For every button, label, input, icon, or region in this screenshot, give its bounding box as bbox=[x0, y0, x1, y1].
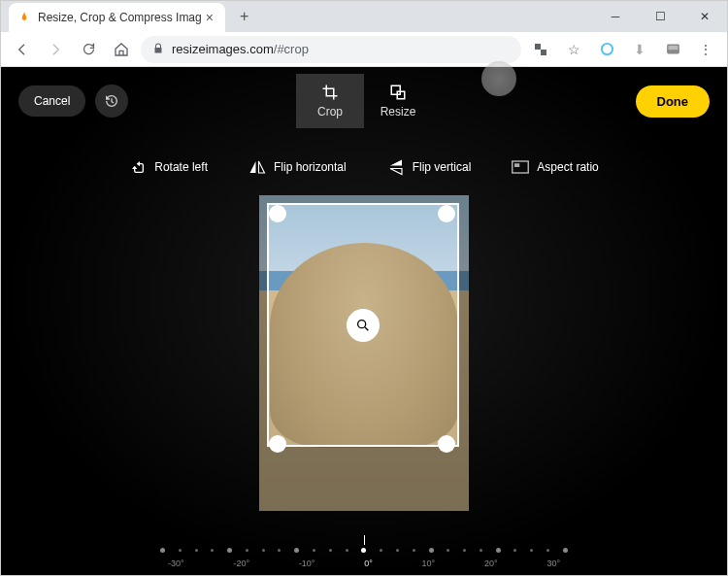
mode-tabs: Crop Resize bbox=[296, 74, 432, 128]
crop-handle-tl[interactable] bbox=[269, 205, 286, 222]
ruler-label: 30° bbox=[546, 559, 560, 568]
svg-rect-3 bbox=[391, 85, 400, 94]
ruler-label: 0° bbox=[364, 559, 373, 568]
address-bar: resizeimages.com/#crop ☆ ⬇ ⋮ bbox=[1, 32, 727, 67]
ruler-label: 10° bbox=[422, 559, 436, 568]
extension-icon-2[interactable] bbox=[659, 36, 686, 63]
rotate-left-button[interactable]: Rotate left bbox=[129, 158, 208, 176]
ruler-labels: -30° -20° -10° 0° 10° 20° 30° bbox=[160, 557, 568, 568]
rotate-left-label: Rotate left bbox=[154, 160, 208, 174]
crop-frame[interactable] bbox=[267, 203, 459, 447]
tool-row: Rotate left Flip horizontal Flip vertica… bbox=[1, 158, 727, 176]
history-button[interactable] bbox=[95, 85, 128, 118]
flip-horizontal-label: Flip horizontal bbox=[274, 160, 347, 174]
url-text: resizeimages.com/#crop bbox=[172, 42, 309, 56]
cancel-button[interactable]: Cancel bbox=[18, 85, 85, 117]
close-tab-icon[interactable]: × bbox=[202, 10, 217, 25]
editor-app: Cancel Crop Resize Done Rotate left bbox=[1, 67, 727, 576]
new-tab-button[interactable]: + bbox=[231, 3, 258, 30]
close-window-button[interactable]: ✕ bbox=[682, 1, 727, 32]
aspect-ratio-icon bbox=[512, 158, 529, 176]
done-button[interactable]: Done bbox=[636, 85, 711, 118]
menu-icon[interactable]: ⋮ bbox=[692, 36, 719, 63]
flip-vertical-label: Flip vertical bbox=[413, 160, 472, 174]
browser-tab[interactable]: Resize, Crop & Compress Imag × bbox=[9, 3, 225, 32]
flip-vertical-button[interactable]: Flip vertical bbox=[387, 158, 472, 176]
aspect-ratio-label: Aspect ratio bbox=[537, 160, 598, 174]
window-controls: ─ ☐ ✕ bbox=[593, 1, 727, 32]
image-stage bbox=[259, 195, 469, 511]
url-input[interactable]: resizeimages.com/#crop bbox=[141, 36, 521, 63]
flip-vertical-icon bbox=[387, 158, 405, 176]
window-titlebar: Resize, Crop & Compress Imag × + ─ ☐ ✕ bbox=[1, 1, 727, 32]
ruler-ticks bbox=[160, 543, 568, 557]
crop-handle-bl[interactable] bbox=[269, 435, 286, 453]
svg-rect-2 bbox=[668, 46, 678, 50]
translate-icon[interactable] bbox=[527, 36, 554, 63]
back-button[interactable] bbox=[9, 36, 36, 63]
aspect-ratio-button[interactable]: Aspect ratio bbox=[512, 158, 598, 176]
tab-title: Resize, Crop & Compress Imag bbox=[38, 11, 202, 24]
crop-icon bbox=[321, 84, 339, 101]
resize-icon bbox=[389, 84, 407, 101]
tab-resize-label: Resize bbox=[381, 105, 416, 119]
flip-horizontal-icon bbox=[248, 158, 266, 176]
minimize-button[interactable]: ─ bbox=[593, 1, 638, 32]
tab-crop-label: Crop bbox=[317, 105, 343, 119]
svg-point-0 bbox=[601, 44, 612, 54]
bookmark-icon[interactable]: ☆ bbox=[560, 36, 587, 63]
ruler-label: -10° bbox=[299, 559, 315, 568]
home-button[interactable] bbox=[108, 36, 135, 63]
svg-rect-6 bbox=[514, 163, 519, 167]
crop-handle-br[interactable] bbox=[438, 435, 455, 453]
lock-icon bbox=[152, 43, 164, 56]
ruler-label: 20° bbox=[484, 559, 498, 568]
tab-crop[interactable]: Crop bbox=[296, 74, 364, 128]
download-icon[interactable]: ⬇ bbox=[626, 36, 653, 63]
extension-icon-1[interactable] bbox=[593, 36, 620, 63]
ruler-label: -20° bbox=[233, 559, 249, 568]
ruler-label: -30° bbox=[168, 559, 184, 568]
rotation-ruler[interactable]: -30° -20° -10° 0° 10° 20° 30° bbox=[160, 543, 568, 568]
maximize-button[interactable]: ☐ bbox=[638, 1, 682, 32]
reload-button[interactable] bbox=[75, 36, 102, 63]
zoom-button[interactable] bbox=[347, 309, 380, 342]
crop-handle-tr[interactable] bbox=[438, 205, 455, 222]
tab-resize[interactable]: Resize bbox=[364, 74, 432, 128]
flip-horizontal-button[interactable]: Flip horizontal bbox=[248, 158, 347, 176]
svg-point-7 bbox=[358, 320, 366, 327]
rotate-left-icon bbox=[129, 158, 147, 176]
top-controls: Cancel Crop Resize Done bbox=[1, 85, 727, 118]
favicon-icon bbox=[17, 10, 32, 25]
forward-button[interactable] bbox=[42, 36, 69, 63]
